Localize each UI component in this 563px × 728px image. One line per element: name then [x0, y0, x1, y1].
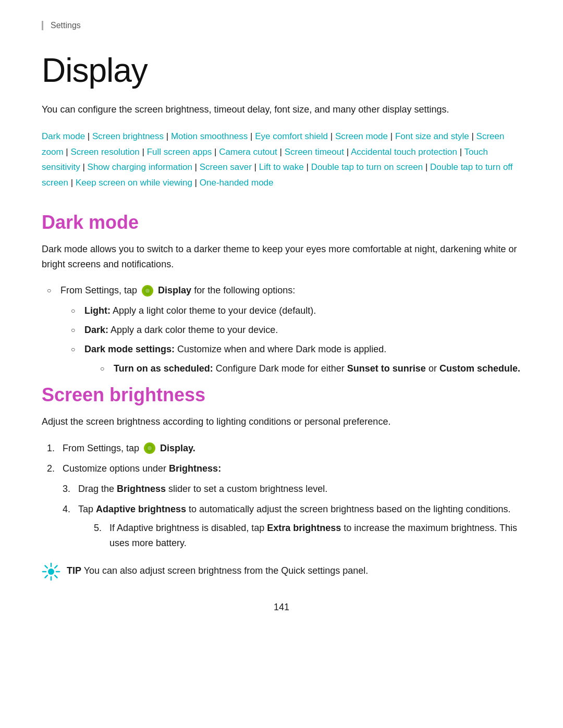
breadcrumb: Settings	[42, 21, 521, 30]
dark-mode-title: Dark mode	[42, 212, 521, 233]
navigation-links: Dark mode | Screen brightness | Motion s…	[42, 129, 521, 191]
dark-mode-steps: From Settings, tap Display for the follo…	[47, 283, 521, 376]
screen-brightness-title: Screen brightness	[42, 384, 521, 406]
nav-link-screen-resolution[interactable]: Screen resolution	[70, 147, 139, 157]
brightness-steps: From Settings, tap Display. Customize op…	[47, 441, 521, 551]
dark-mode-scheduled: Turn on as scheduled: Configure Dark mod…	[100, 361, 521, 376]
dark-mode-option-light: Light: Apply a light color theme to your…	[71, 303, 521, 318]
nav-link-keep-screen-on[interactable]: Keep screen on while viewing	[76, 178, 192, 188]
nav-link-one-handed[interactable]: One-handed mode	[200, 178, 274, 188]
display-gear-icon	[141, 285, 154, 297]
dark-mode-sub-options: Turn on as scheduled: Configure Dark mod…	[100, 361, 521, 376]
brightness-option-adaptive: Tap Adaptive brightness to automatically…	[63, 502, 521, 551]
brightness-sub-options: If Adaptive brightness is disabled, tap …	[94, 521, 521, 551]
brightness-step-1: From Settings, tap Display.	[47, 441, 521, 456]
dark-mode-option-settings: Dark mode settings: Customize when and w…	[71, 342, 521, 376]
nav-link-screen-saver[interactable]: Screen saver	[200, 162, 252, 172]
svg-line-12	[45, 575, 47, 577]
dark-mode-option-dark: Dark: Apply a dark color theme to your d…	[71, 323, 521, 338]
brightness-option-drag: Drag the Brightness slider to set a cust…	[63, 482, 521, 497]
page-container: Settings Display You can configure the s…	[0, 0, 563, 728]
brightness-step-2: Customize options under Brightness: Drag…	[47, 461, 521, 551]
nav-link-charging-info[interactable]: Show charging information	[88, 162, 192, 172]
svg-line-10	[55, 575, 57, 577]
nav-link-screen-timeout[interactable]: Screen timeout	[285, 147, 344, 157]
nav-link-double-tap-on[interactable]: Double tap to turn on screen	[311, 162, 423, 172]
svg-point-4	[48, 569, 54, 575]
dark-mode-options: Light: Apply a light color theme to your…	[71, 303, 521, 376]
dark-mode-intro: Dark mode allows you to switch to a dark…	[42, 242, 521, 272]
svg-line-11	[55, 565, 57, 567]
page-title: Display	[42, 51, 521, 90]
settings-label-text: Settings	[51, 21, 81, 30]
nav-link-screen-mode[interactable]: Screen mode	[335, 131, 388, 141]
nav-link-accidental-touch[interactable]: Accidental touch protection	[351, 147, 457, 157]
page-number: 141	[42, 602, 521, 613]
nav-link-dark-mode[interactable]: Dark mode	[42, 131, 85, 141]
tip-icon	[42, 562, 60, 581]
tip-text: TIP You can also adjust screen brightnes…	[67, 563, 368, 578]
nav-link-screen-brightness[interactable]: Screen brightness	[92, 131, 164, 141]
tip-box: TIP You can also adjust screen brightnes…	[42, 563, 521, 581]
screen-brightness-intro: Adjust the screen brightness according t…	[42, 414, 521, 429]
intro-paragraph: You can configure the screen brightness,…	[42, 102, 521, 117]
svg-line-9	[45, 565, 47, 567]
nav-link-eye-comfort[interactable]: Eye comfort shield	[255, 131, 328, 141]
brightness-options: Drag the Brightness slider to set a cust…	[63, 482, 521, 551]
nav-link-full-screen-apps[interactable]: Full screen apps	[147, 147, 212, 157]
display-gear-icon-2	[143, 442, 156, 454]
brightness-extra: If Adaptive brightness is disabled, tap …	[94, 521, 521, 551]
nav-link-camera-cutout[interactable]: Camera cutout	[219, 147, 277, 157]
nav-link-motion-smoothness[interactable]: Motion smoothness	[171, 131, 248, 141]
nav-link-lift-to-wake[interactable]: Lift to wake	[259, 162, 304, 172]
nav-link-font-size[interactable]: Font size and style	[395, 131, 469, 141]
dark-mode-step-1: From Settings, tap Display for the follo…	[47, 283, 521, 376]
